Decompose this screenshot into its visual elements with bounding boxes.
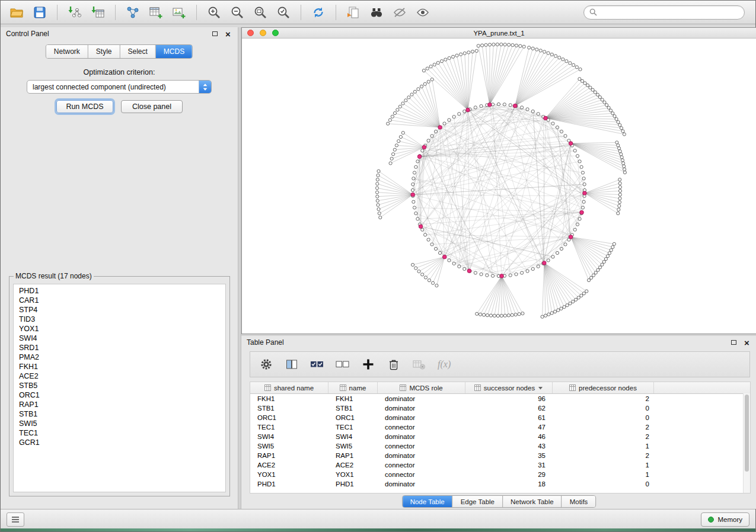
close-window-icon[interactable]	[247, 30, 254, 36]
list-item[interactable]: TEC1	[19, 428, 225, 438]
table-row[interactable]: STB1STB1dominator620	[250, 403, 750, 413]
table-row[interactable]: RAP1RAP1dominator352	[250, 451, 750, 460]
cell-predecessor-nodes: 1	[553, 470, 654, 479]
hide-selected-icon[interactable]	[391, 4, 409, 21]
close-mcds-panel-button[interactable]: Close panel	[121, 100, 183, 113]
delete-column-icon[interactable]	[387, 357, 401, 371]
cell-shared-name: TEC1	[250, 422, 328, 432]
tab-style[interactable]: Style	[88, 45, 120, 58]
table-scrollbar[interactable]	[743, 393, 750, 493]
cell-successor-nodes: 31	[465, 460, 553, 470]
table-toolbar: f(x)	[250, 351, 750, 377]
table-settings-gear-icon[interactable]	[259, 357, 273, 371]
cell-successor-nodes: 46	[465, 432, 553, 441]
add-column-icon[interactable]	[361, 357, 375, 371]
table-row[interactable]: YOX1YOX1connector291	[250, 470, 750, 479]
toolbar-separator	[115, 5, 116, 20]
list-item[interactable]: PHD1	[19, 286, 225, 296]
table-row[interactable]: PHD1PHD1dominator180	[250, 479, 750, 489]
zoom-selected-icon[interactable]	[275, 4, 292, 21]
list-item[interactable]: YOX1	[19, 324, 225, 334]
float-table-panel-button[interactable]	[729, 338, 738, 347]
copy-share-icon[interactable]	[344, 4, 362, 21]
table-row[interactable]: ACE2ACE2connector311	[250, 460, 750, 470]
column-header-predecessor-nodes[interactable]: predecessor nodes	[553, 382, 654, 393]
open-session-icon[interactable]	[8, 4, 25, 21]
minimize-window-icon[interactable]	[260, 30, 266, 36]
column-header-successor-nodes[interactable]: successor nodes	[465, 382, 553, 393]
maximize-window-icon[interactable]	[272, 30, 279, 36]
cell-name: SWI4	[328, 432, 378, 441]
tab-node-table[interactable]: Node Table	[403, 496, 452, 507]
search-box[interactable]	[583, 5, 745, 20]
tab-motifs[interactable]: Motifs	[562, 496, 596, 507]
table-panel-title: Table Panel	[247, 338, 284, 347]
tab-mcds[interactable]: MCDS	[155, 45, 192, 58]
list-item[interactable]: SRD1	[19, 343, 225, 352]
cell-predecessor-nodes: 2	[553, 422, 654, 432]
list-item[interactable]: TID3	[19, 315, 225, 324]
tab-network[interactable]: Network	[46, 45, 88, 58]
column-header-shared-name[interactable]: shared name	[250, 382, 328, 393]
column-header-name[interactable]: name	[328, 382, 378, 393]
memory-status-icon	[708, 517, 714, 523]
list-item[interactable]: FKH1	[19, 362, 225, 371]
scrollbar-thumb[interactable]	[745, 395, 749, 472]
cell-mcds-role: dominator	[378, 479, 465, 489]
cell-name: SWI5	[328, 441, 378, 451]
show-columns-icon[interactable]	[285, 357, 299, 371]
tab-network-table[interactable]: Network Table	[502, 496, 562, 507]
table-row[interactable]: TEC1TEC1connector472	[250, 422, 750, 432]
cell-filler	[654, 403, 750, 413]
table-row[interactable]: FKH1FKH1dominator962	[250, 394, 750, 403]
list-item[interactable]: STP4	[19, 305, 225, 315]
deselect-all-rows-icon[interactable]	[336, 357, 350, 371]
list-item[interactable]: PMA2	[19, 352, 225, 362]
cell-predecessor-nodes: 2	[553, 451, 654, 460]
list-item[interactable]: ACE2	[19, 371, 225, 381]
column-header-MCDS-role[interactable]: MCDS role	[378, 382, 465, 393]
table-row[interactable]: SWI5SWI5connector431	[250, 441, 750, 451]
zoom-in-icon[interactable]	[205, 4, 223, 21]
run-mcds-button[interactable]: Run MCDS	[56, 100, 113, 113]
list-item[interactable]: SWI5	[19, 419, 225, 428]
list-item[interactable]: RAP1	[19, 400, 225, 409]
tab-edge-table[interactable]: Edge Table	[452, 496, 502, 507]
save-session-icon[interactable]	[31, 4, 49, 21]
list-item[interactable]: CAR1	[19, 296, 225, 305]
cell-filler	[654, 422, 750, 432]
list-item[interactable]: STB5	[19, 381, 225, 390]
table-row[interactable]: ORC1ORC1dominator610	[250, 413, 750, 422]
import-table-file-icon[interactable]	[89, 4, 107, 21]
search-neighbors-icon[interactable]	[368, 4, 385, 21]
cell-name: YOX1	[328, 470, 378, 479]
network-window-title: YPA_prune.txt_1	[473, 30, 524, 37]
status-menu-button[interactable]	[7, 512, 24, 527]
list-item[interactable]: SWI4	[19, 334, 225, 343]
show-all-icon[interactable]	[414, 4, 432, 21]
float-panel-button[interactable]	[210, 30, 219, 39]
mcds-result-list[interactable]: PHD1CAR1STP4TID3YOX1SWI4SRD1PMA2FKH1ACE2…	[13, 284, 226, 492]
table-row[interactable]: SWI4SWI4dominator462	[250, 432, 750, 441]
new-network-icon[interactable]	[124, 4, 142, 21]
list-item[interactable]: ORC1	[19, 390, 225, 400]
tab-select[interactable]: Select	[120, 45, 155, 58]
close-panel-button[interactable]: ×	[224, 30, 232, 39]
select-all-rows-icon[interactable]	[310, 357, 324, 371]
cell-filler	[654, 451, 750, 460]
memory-button[interactable]: Memory	[701, 512, 749, 527]
cell-predecessor-nodes: 0	[553, 413, 654, 422]
zoom-fit-icon[interactable]	[251, 4, 269, 21]
network-window-titlebar[interactable]: YPA_prune.txt_1	[242, 28, 756, 39]
search-input[interactable]	[601, 8, 739, 17]
export-image-icon[interactable]	[170, 4, 188, 21]
network-graph-canvas[interactable]	[242, 39, 756, 334]
list-item[interactable]: STB1	[19, 409, 225, 419]
close-table-panel-button[interactable]: ×	[742, 338, 751, 347]
criterion-dropdown[interactable]: largest connected component (undirected)	[27, 80, 212, 94]
refresh-icon[interactable]	[310, 4, 327, 21]
new-table-icon[interactable]	[147, 4, 165, 21]
list-item[interactable]: GCR1	[19, 438, 225, 447]
zoom-out-icon[interactable]	[228, 4, 246, 21]
import-network-file-icon[interactable]	[66, 4, 84, 21]
